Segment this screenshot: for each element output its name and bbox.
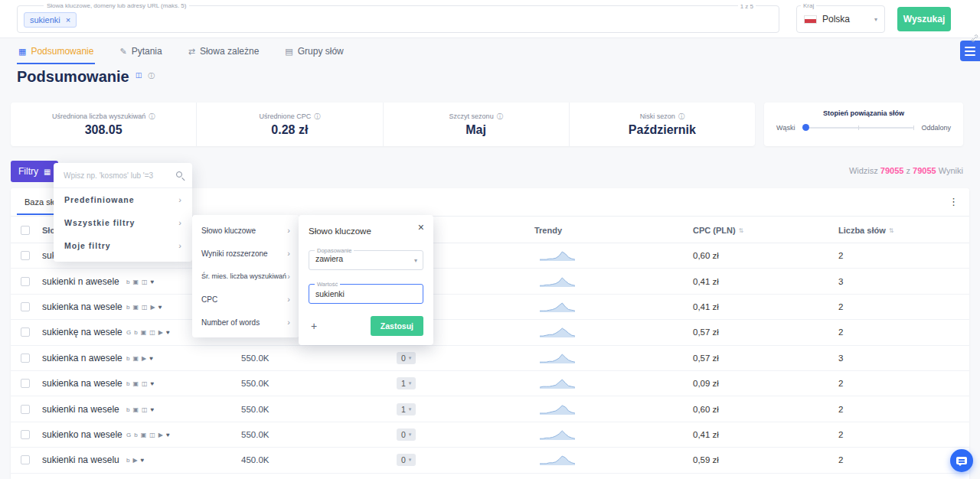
bing-icon: b (126, 278, 129, 285)
video-icon: ▶ (132, 457, 137, 464)
info-icon[interactable]: ⓘ (497, 112, 503, 121)
header-trend[interactable]: Trendy (514, 217, 583, 244)
filter-search-input[interactable] (54, 163, 192, 187)
page-title: Podsumowanie (17, 68, 129, 86)
chevron-down-icon: ▾ (874, 16, 877, 23)
keyword-cell[interactable]: sukienki na wesele (42, 404, 119, 415)
relation-slider[interactable] (803, 127, 914, 129)
row-checkbox[interactable] (21, 251, 30, 260)
position-dropdown[interactable]: 1▾ (397, 403, 416, 415)
menu-item-predefiniowane[interactable]: Predefiniowane› (54, 188, 192, 211)
tab-grupy-slow[interactable]: ▤Grupy słów (283, 38, 345, 64)
stat-value: 308.05 (85, 123, 122, 137)
link-icon[interactable] (971, 31, 978, 45)
apply-filter-button[interactable]: Zastosuj (371, 316, 423, 336)
tab-slowa-zalezne[interactable]: ⇄Słowa zależne (187, 38, 261, 64)
topbar: Słowa kluczowe, domeny lub adresy URL (m… (0, 0, 980, 38)
position-dropdown[interactable]: 1▾ (397, 377, 416, 389)
row-checkbox[interactable] (21, 405, 30, 414)
submenu-item-śr-mies-liczba-wyszukiwań[interactable]: Śr. mies. liczba wyszukiwań› (192, 265, 299, 288)
trend-sparkline (527, 403, 588, 415)
video-icon: ▶ (158, 431, 163, 438)
chat-button[interactable] (950, 449, 973, 472)
table-body: sukienkib▣▶♥550.0K0▾0,60 zł2sukienki n a… (11, 243, 969, 479)
add-condition-button[interactable]: + (309, 320, 317, 332)
video-icon: ▶ (142, 354, 146, 361)
table-row[interactable]: sukienki na weseleb▣◫♥550.0K1▾0,60 zł2 (11, 396, 969, 422)
close-icon[interactable]: × (418, 221, 424, 233)
all-filters-submenu: Słowo kluczowe›Wyniki rozszerzone›Śr. mi… (192, 215, 299, 337)
keyword-tag-label: sukienki (30, 15, 60, 24)
row-checkbox[interactable] (21, 302, 30, 311)
info-icon[interactable]: ⓘ (149, 112, 155, 121)
submenu-item-słowo-kluczowe[interactable]: Słowo kluczowe› (192, 219, 299, 242)
search-button[interactable]: Wyszukaj (897, 7, 951, 31)
tab-pytania[interactable]: ✎Pytania (118, 38, 163, 64)
filters-button[interactable]: Filtry ▦ (11, 161, 58, 182)
trend-chart-svg (540, 352, 575, 364)
row-checkbox[interactable] (21, 430, 30, 439)
cpc-cell: 0,41 zł (693, 430, 719, 439)
menu-item-moje-filtry[interactable]: Moje filtry› (54, 234, 192, 257)
position-dropdown[interactable]: 0▾ (397, 428, 416, 441)
row-checkbox[interactable] (21, 379, 30, 388)
images-icon: ▣ (132, 278, 139, 285)
info-icon[interactable]: ⓘ (314, 112, 320, 121)
table-row[interactable]: sukienka n aweseleb▣▶♥550.0K0▾0,57 zł3 (11, 346, 969, 371)
tab-label: Podsumowanie (31, 46, 93, 57)
keyword-cell[interactable]: sukienkę na wesele (42, 327, 122, 337)
search-volume-cell: 550.0K (241, 430, 269, 439)
position-dropdown[interactable]: 0▾ (397, 352, 416, 364)
view-grid-icon[interactable]: ◫ (136, 71, 142, 79)
filter-search-row (54, 163, 192, 188)
menu-item-wszystkie-filtry[interactable]: Wszystkie filtry› (54, 211, 192, 234)
row-checkbox[interactable] (21, 354, 30, 363)
country-value: Polska (822, 14, 850, 24)
match-type-select[interactable]: Dopasowanie zawiera ▾ (309, 250, 423, 270)
header-cpc[interactable]: CPC (PLN) ⇅ (693, 217, 743, 244)
slider-handle[interactable] (802, 124, 809, 131)
keyword-search-box[interactable]: Słowa kluczowe, domeny lub adresy URL (m… (17, 5, 779, 33)
keyword-cell[interactable]: sukienka na wesele (42, 378, 122, 389)
keyword-cell[interactable]: sukienki na weselu (42, 455, 119, 465)
info-icon[interactable]: ⓘ (678, 112, 684, 121)
header-word-count[interactable]: Liczba słów ⇅ (838, 217, 893, 244)
chevron-down-icon: ▾ (409, 380, 412, 386)
row-checkbox[interactable] (21, 455, 30, 464)
table-row[interactable]: sukienki n aweseleb▣◫♥550.0K0▾0,41 zł3 (11, 269, 969, 294)
trend-sparkline (527, 352, 588, 364)
stats-card: Uśredniona liczba wyszukiwań ⓘ308.05Uśre… (11, 103, 755, 146)
country-select[interactable]: Kraj Polska ▾ (796, 5, 885, 33)
remove-tag-button[interactable]: × (66, 15, 70, 24)
word-count-cell: 2 (838, 251, 843, 260)
select-all-checkbox[interactable] (21, 226, 30, 235)
slowa-zalezne-icon: ⇄ (188, 47, 195, 57)
row-checkbox[interactable] (21, 327, 30, 337)
keyword-cell[interactable]: sukienka n awesele (42, 353, 122, 363)
table-row[interactable]: sukienki na weselub▶♥450.0K0▾0,59 zł2 (11, 448, 969, 473)
stat-value: 0.28 zł (271, 123, 308, 137)
table-row[interactable]: sukienka na weseleb▣◫♥550.0K1▾0,09 zł2 (11, 371, 969, 396)
chevron-right-icon: › (287, 295, 290, 304)
trend-chart-svg (540, 326, 575, 338)
kebab-menu-icon[interactable]: ⋮ (949, 196, 959, 207)
tab-podsumowanie[interactable]: ▦Podsumowanie (17, 38, 95, 64)
info-icon[interactable]: ⓘ (148, 71, 155, 81)
header-word-count-label: Liczba słów (838, 226, 886, 235)
bing-icon: b (134, 431, 137, 438)
submenu-item-cpc[interactable]: CPC› (192, 288, 299, 311)
header-trend-label: Trendy (534, 226, 562, 235)
keyword-cell[interactable]: sukienko na wesele (42, 429, 122, 440)
table-row[interactable]: sukienka na weseleb▣◫▶♥550.0K0▾0,41 zł2 (11, 295, 969, 320)
submenu-item-number-of-words[interactable]: Number of words› (192, 311, 299, 334)
shopping-icon: ◫ (142, 380, 148, 387)
keyword-cell[interactable]: sukienki n awesele (42, 276, 119, 287)
submenu-item-wyniki-rozszerzone[interactable]: Wyniki rozszerzone› (192, 242, 299, 265)
keyword-cell[interactable]: sukienka na wesele (42, 301, 122, 312)
table-row[interactable]: sukienko na weseleGb▣◫▶♥550.0K0▾0,41 zł2 (11, 422, 969, 448)
favorite-icon: ♥ (158, 303, 162, 310)
row-checkbox[interactable] (21, 277, 30, 286)
table-row[interactable]: sukienkę na weseleGb▣◫▶♥550.0K0▾0,57 zł2 (11, 320, 969, 345)
menu-item-label: Moje filtry (64, 241, 111, 250)
position-dropdown[interactable]: 0▾ (397, 454, 416, 466)
